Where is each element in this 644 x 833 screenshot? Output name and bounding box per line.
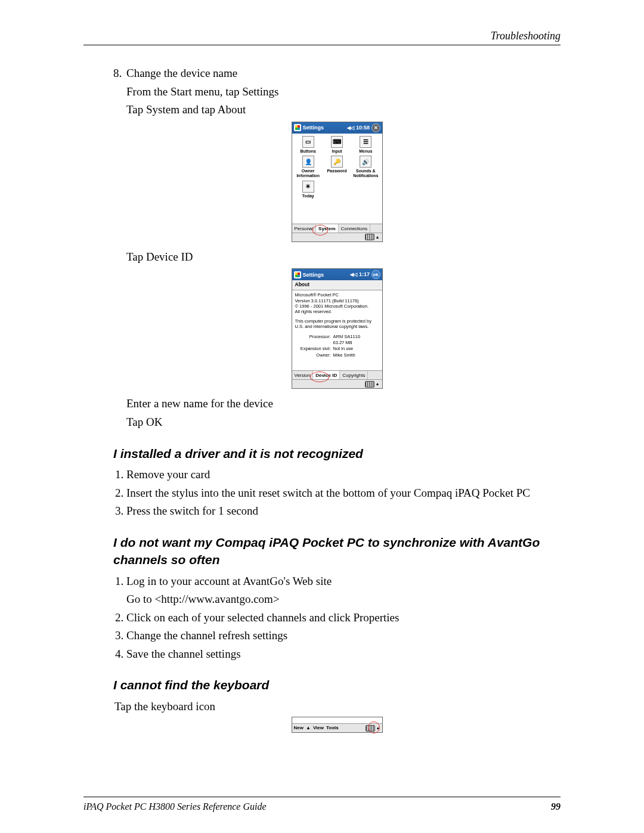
- footer-rule: [83, 797, 561, 797]
- list-item: Insert the stylus into the unit reset sw…: [126, 485, 561, 501]
- highlight-circle-keyboard: [368, 721, 380, 733]
- bottom-strip: ▲: [292, 379, 382, 388]
- list-item: Remove your card: [126, 467, 561, 483]
- about-copyright: This computer program is protected by U.…: [295, 318, 379, 330]
- volume-icon[interactable]: ◀◁: [347, 125, 354, 131]
- owner-icon: 👤: [302, 156, 314, 168]
- menu-view[interactable]: View: [313, 724, 324, 731]
- tab-connections[interactable]: Connections: [339, 224, 370, 233]
- about-body: Microsoft® Pocket PC Version 3.0.11171 (…: [292, 290, 382, 360]
- about-heading: About: [292, 280, 382, 290]
- icon-today[interactable]: ☀Today: [295, 181, 322, 199]
- step-8-line-3: Tap System and tap About: [126, 102, 561, 118]
- ppc-titlebar: Settings ◀◁ 10:58 ✕: [292, 122, 382, 134]
- keyboard-icon[interactable]: [365, 381, 374, 388]
- sip-arrow-icon[interactable]: ▲: [306, 724, 311, 731]
- about-line-2: Version 3.0.11171 (Build 11178): [295, 298, 379, 304]
- settings-icons-grid: ▭Buttons ⌨Input ☰Menus 👤Owner Informatio…: [292, 134, 382, 201]
- icon-buttons[interactable]: ▭Buttons: [295, 136, 322, 154]
- driver-steps: Remove your card Insert the stylus into …: [113, 467, 561, 519]
- step-tap-device-id: Tap Device ID: [126, 249, 561, 265]
- clock-text: 1:17: [359, 271, 370, 277]
- sound-icon: 🔊: [360, 156, 371, 168]
- list-item: Click on each of your selected channels …: [126, 610, 561, 626]
- device-icon: ▭: [302, 136, 314, 148]
- highlight-circle-device-id: [310, 371, 329, 382]
- key-icon: 🔑: [331, 156, 343, 168]
- page: Troubleshooting 8.Change the device name…: [0, 0, 644, 833]
- list-number: 8.: [113, 66, 126, 82]
- list-item: Save the channel settings: [126, 646, 561, 662]
- clock-text: 10:58: [356, 125, 370, 131]
- about-line-3: © 1996 - 2001 Microsoft Corporation.: [295, 304, 379, 309]
- window-title: Settings: [303, 124, 324, 132]
- tab-copyrights[interactable]: Copyrights: [340, 371, 368, 380]
- about-tabbar: Version Device ID Copyrights: [292, 370, 382, 380]
- ppc-titlebar: Settings ◀◁ 1:17 ok: [292, 269, 382, 280]
- keyboard-icon: ⌨: [331, 136, 343, 148]
- menu-new[interactable]: New: [294, 724, 304, 731]
- screenshot-taskbar: New ▲ View Tools ▲: [292, 717, 383, 732]
- menu-tools[interactable]: Tools: [326, 724, 339, 731]
- about-line-4: All rights reserved.: [295, 309, 379, 314]
- header-rule: [83, 45, 561, 45]
- close-icon[interactable]: ✕: [371, 123, 380, 132]
- highlight-circle-system: [312, 225, 328, 236]
- step-sub-url: Go to <http://www.avantgo.com>: [126, 592, 561, 608]
- section-title-avantgo: I do not want my Compaq iPAQ Pocket PC t…: [113, 534, 561, 569]
- step-8: 8.Change the device name From the Start …: [113, 66, 561, 118]
- keyboard-icon[interactable]: [365, 234, 374, 240]
- list-item: Change the channel refresh settings: [126, 628, 561, 644]
- step-8-line-2: From the Start menu, tap Settings: [126, 84, 561, 100]
- icon-input[interactable]: ⌨Input: [323, 136, 351, 154]
- screenshot-about: Settings ◀◁ 1:17 ok About Microsoft® Poc…: [292, 268, 383, 389]
- today-icon: ☀: [302, 181, 314, 193]
- ok-button[interactable]: ok: [371, 270, 380, 279]
- running-header: Troubleshooting: [491, 30, 561, 42]
- step-enter-name: Enter a new name for the device: [126, 396, 561, 412]
- avantgo-steps: Log in to your account at AvantGo's Web …: [113, 574, 561, 662]
- menu-icon: ☰: [360, 136, 371, 148]
- footer-page-number: 99: [551, 801, 561, 812]
- window-title: Settings: [303, 271, 324, 279]
- screenshot-settings: Settings ◀◁ 10:58 ✕ ▭Buttons ⌨Input ☰Men…: [292, 122, 383, 242]
- about-line-1: Microsoft® Pocket PC: [295, 292, 379, 298]
- start-icon[interactable]: [294, 271, 301, 278]
- bottom-strip: ▲: [292, 233, 382, 241]
- settings-tabbar: Personal System Connections: [292, 224, 382, 233]
- sip-arrow-icon[interactable]: ▲: [376, 381, 380, 387]
- body-content: 8.Change the device name From the Start …: [113, 66, 561, 733]
- icon-sounds-notifications[interactable]: 🔊Sounds & Notifications: [352, 156, 379, 178]
- footer-left: iPAQ Pocket PC H3800 Series Reference Gu…: [83, 801, 267, 812]
- list-item: Log in to your account at AvantGo's Web …: [126, 574, 561, 608]
- icon-password[interactable]: 🔑Password: [323, 156, 351, 178]
- icon-owner-information[interactable]: 👤Owner Information: [295, 156, 322, 178]
- start-icon[interactable]: [294, 124, 301, 131]
- section-title-driver: I installed a driver and it is not recog…: [113, 445, 561, 462]
- section-title-keyboard: I cannot find the keyboard: [113, 676, 561, 693]
- icon-menus[interactable]: ☰Menus: [352, 136, 379, 154]
- list-item: Press the switch for 1 second: [126, 503, 561, 519]
- step-8-title: Change the device name: [126, 67, 237, 79]
- sip-arrow-icon[interactable]: ▲: [376, 234, 380, 240]
- step-tap-ok: Tap OK: [126, 414, 561, 431]
- volume-icon[interactable]: ◀◁: [350, 272, 357, 277]
- keyboard-text: Tap the keyboard icon: [114, 699, 561, 715]
